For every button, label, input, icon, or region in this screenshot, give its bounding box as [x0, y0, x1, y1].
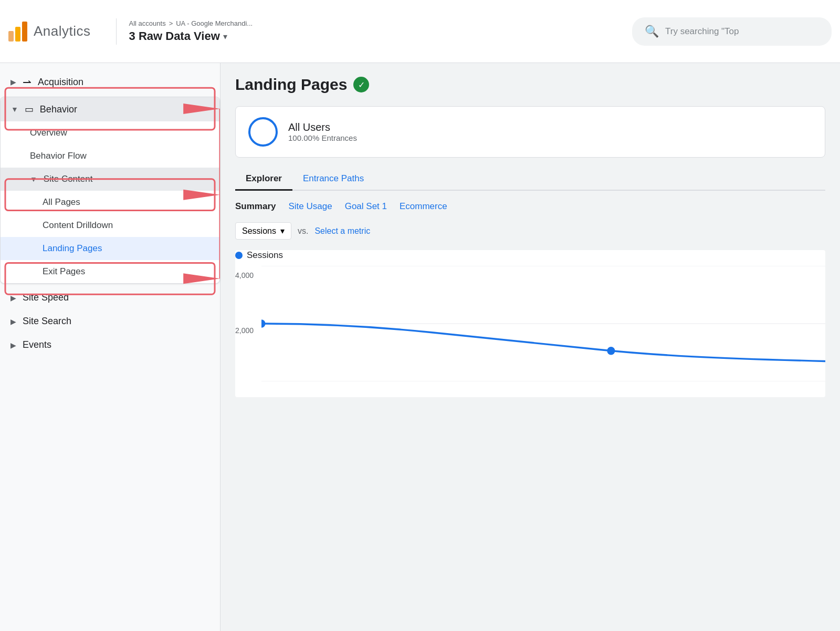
logo-bar-tall	[22, 22, 27, 42]
view-selector[interactable]: 3 Raw Data View ▾	[129, 29, 253, 43]
header: Analytics All accounts > UA - Google Mer…	[0, 0, 840, 63]
site-content-chevron-icon: ▼	[30, 175, 37, 183]
breadcrumb: All accounts > UA - Google Merchandi...	[129, 19, 253, 27]
events-label: Events	[23, 339, 51, 350]
search-bar[interactable]: 🔍 Try searching "Top	[632, 17, 832, 46]
overview-label: Overview	[30, 128, 67, 138]
site-content-label: Site Content	[44, 174, 93, 184]
svg-point-11	[607, 347, 615, 355]
chart-y-4000: 4,000	[235, 271, 254, 280]
analytics-logo-icon	[8, 22, 27, 42]
sidebar-item-events[interactable]: ▶ Events	[0, 333, 220, 357]
chart-y-2000: 2,000	[235, 326, 254, 335]
acquisition-label: Acquisition	[38, 77, 83, 88]
segment-name: All Users	[288, 121, 357, 133]
sidebar-item-behavior-flow[interactable]: Behavior Flow	[1, 144, 219, 168]
sidebar-item-site-content[interactable]: ▼ Site Content	[1, 168, 219, 191]
logo: Analytics	[8, 22, 91, 42]
sidebar-item-all-pages[interactable]: All Pages	[1, 191, 219, 214]
landing-pages-label: Landing Pages	[43, 243, 102, 254]
svg-point-10	[261, 319, 266, 327]
sidebar-item-exit-pages[interactable]: Exit Pages	[1, 260, 219, 283]
sessions-chart	[261, 266, 825, 381]
sidebar-item-site-search[interactable]: ▶ Site Search	[0, 309, 220, 333]
view-name: 3 Raw Data View	[129, 29, 220, 43]
behavior-label: Behavior	[40, 104, 77, 115]
metric-dropdown-arrow-icon: ▾	[280, 226, 285, 236]
segment-circle-icon	[248, 117, 278, 147]
subtab-ecommerce[interactable]: Ecommerce	[400, 201, 447, 212]
sidebar-item-site-speed[interactable]: ▶ Site Speed	[0, 286, 220, 309]
behavior-chevron-icon: ▼	[11, 105, 18, 113]
events-chevron-icon: ▶	[10, 341, 16, 349]
main-layout: ▶ ⇀ Acquisition ▼ ▭ Behavior Overview Be…	[0, 63, 840, 631]
sub-tabs-row: Summary Site Usage Goal Set 1 Ecommerce	[235, 201, 825, 212]
exit-pages-label: Exit Pages	[43, 266, 85, 277]
sidebar-item-content-drilldown[interactable]: Content Drilldown	[1, 214, 219, 237]
sidebar-item-overview[interactable]: Overview	[1, 121, 219, 144]
behavior-icon: ▭	[25, 104, 34, 115]
subtab-summary[interactable]: Summary	[235, 201, 276, 212]
metric-label: Sessions	[242, 226, 276, 236]
select-metric[interactable]: Select a metric	[314, 226, 370, 236]
breadcrumb-separator: >	[169, 19, 173, 27]
subtab-site-usage[interactable]: Site Usage	[288, 201, 332, 212]
search-placeholder: Try searching "Top	[665, 26, 739, 37]
vs-text: vs.	[298, 226, 308, 236]
chart-legend: Sessions	[235, 250, 825, 261]
sidebar-item-landing-pages[interactable]: Landing Pages	[1, 237, 219, 260]
main-content: Landing Pages ✓ All Users 100.00% Entran…	[220, 63, 840, 631]
page-title-row: Landing Pages ✓	[235, 76, 825, 94]
site-speed-chevron-icon: ▶	[10, 294, 16, 302]
tabs-row: Explorer Entrance Paths	[235, 168, 825, 191]
legend-label: Sessions	[247, 250, 283, 261]
tab-explorer[interactable]: Explorer	[235, 168, 292, 191]
app-title: Analytics	[34, 23, 91, 39]
breadcrumb-all-accounts[interactable]: All accounts	[129, 19, 166, 27]
metric-dropdown[interactable]: Sessions ▾	[235, 222, 291, 240]
behavior-flow-label: Behavior Flow	[30, 151, 87, 161]
verified-badge-icon: ✓	[353, 77, 369, 92]
view-dropdown-arrow[interactable]: ▾	[223, 32, 227, 42]
logo-bar-small	[8, 31, 14, 42]
site-speed-label: Site Speed	[23, 292, 69, 303]
behavior-section: ▼ ▭ Behavior Overview Behavior Flow ▼ Si…	[0, 97, 220, 284]
site-search-label: Site Search	[23, 316, 71, 327]
metric-selector-row: Sessions ▾ vs. Select a metric	[235, 222, 825, 240]
page-title: Landing Pages	[235, 76, 347, 94]
subtab-goal-set[interactable]: Goal Set 1	[345, 201, 387, 212]
search-icon: 🔍	[645, 25, 659, 38]
segment-card: All Users 100.00% Entrances	[235, 106, 825, 158]
sidebar: ▶ ⇀ Acquisition ▼ ▭ Behavior Overview Be…	[0, 63, 220, 631]
breadcrumb-account: UA - Google Merchandi...	[176, 19, 253, 27]
header-divider	[116, 18, 117, 45]
sidebar-item-acquisition[interactable]: ▶ ⇀ Acquisition	[0, 69, 220, 95]
legend-dot-icon	[235, 252, 243, 259]
segment-sub: 100.00% Entrances	[288, 133, 357, 142]
acquisition-icon: ⇀	[23, 76, 32, 88]
site-search-chevron-icon: ▶	[10, 317, 16, 326]
all-pages-label: All Pages	[43, 197, 80, 208]
header-nav: All accounts > UA - Google Merchandi... …	[129, 19, 253, 43]
segment-info: All Users 100.00% Entrances	[288, 121, 357, 142]
logo-bar-medium	[15, 27, 20, 42]
content-drilldown-label: Content Drilldown	[43, 220, 113, 231]
sidebar-item-behavior[interactable]: ▼ ▭ Behavior	[1, 97, 219, 121]
chart-area: Sessions 4,000 2,000	[235, 250, 825, 397]
acquisition-chevron-icon: ▶	[10, 78, 16, 86]
tab-entrance-paths[interactable]: Entrance Paths	[292, 168, 374, 191]
